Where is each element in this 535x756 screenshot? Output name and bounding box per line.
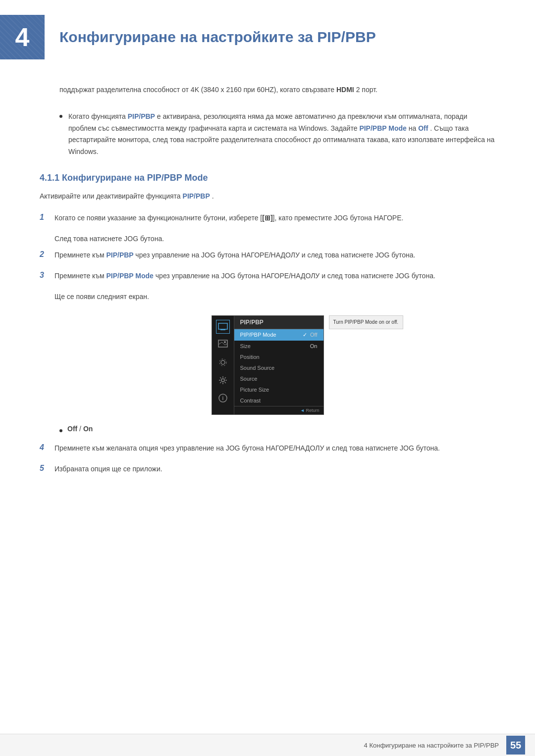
- chapter-number-box: 4: [0, 15, 45, 59]
- step-4-content: Преминете към желаната опция чрез управл…: [54, 443, 495, 454]
- menu-icon-display: [216, 320, 230, 334]
- svg-point-6: [224, 341, 226, 343]
- menu-dialog: i PIP/PBP PIP/PBP Mode ✓ Off Size O: [212, 315, 324, 415]
- menu-item-label-7: Contrast: [240, 398, 261, 403]
- off-on-bullet: Off / On: [59, 425, 495, 433]
- chapter-title: Конфигуриране на настройките за PIP/PBP: [59, 29, 376, 46]
- return-label: Return: [306, 408, 319, 413]
- svg-point-7: [221, 360, 225, 364]
- step2-pre: Преминете към: [54, 251, 105, 259]
- step-2-num: 2: [40, 250, 54, 259]
- step-2: 2 Преминете към PIP/PBP чрез управление …: [40, 250, 495, 261]
- off-label: Off / On: [67, 425, 93, 433]
- subtitle-pre: Активирайте или деактивирайте функцията: [40, 192, 181, 200]
- menu-item-size[interactable]: Size On: [234, 341, 323, 352]
- svg-text:i: i: [222, 396, 223, 401]
- menu-icon-gear: [216, 373, 230, 387]
- svg-point-8: [219, 359, 226, 366]
- hdmi-bold: HDMI: [336, 86, 354, 94]
- step-5-content: Избраната опция ще се приложи.: [54, 463, 495, 475]
- step-5-num: 5: [40, 464, 54, 473]
- step3-bold: PIP/PBP Mode: [106, 272, 155, 280]
- step3-mid: чрез управление на JOG бутона НАГОРЕ/НАД…: [156, 272, 435, 280]
- svg-line-3: [218, 342, 222, 345]
- menu-item-source[interactable]: Source: [234, 373, 323, 384]
- step-1-content: Когато се появи указание за функционални…: [54, 212, 495, 224]
- svg-point-9: [221, 379, 224, 382]
- bullet-text: Когато функцията PIP/PBP е активирана, р…: [68, 111, 495, 158]
- section-411-subtitle: Активирайте или деактивирайте функцията …: [40, 191, 495, 202]
- step1-icon: [⊞]: [262, 214, 272, 222]
- step-5: 5 Избраната опция ще се приложи.: [40, 463, 495, 475]
- menu-item-pip-pbp-mode[interactable]: PIP/PBP Mode ✓ Off: [234, 329, 323, 341]
- tooltip-text: Turn PIP/PBP Mode on or off.: [333, 319, 399, 325]
- step-1-sub: След това натиснете JOG бутона.: [40, 233, 495, 245]
- pip-pbp-mode-bold: PIP/PBP Mode: [359, 124, 406, 132]
- svg-rect-0: [218, 323, 227, 329]
- menu-item-position[interactable]: Position: [234, 352, 323, 362]
- intro-paragraph: поддържат разделителна способност от 4K …: [40, 84, 495, 96]
- menu-icon-picture: [216, 338, 230, 352]
- step2-mid: чрез управление на JOG бутона НАГОРЕ/НАД…: [135, 251, 415, 259]
- subtitle-end: .: [212, 192, 214, 200]
- menu-wrapper: i PIP/PBP PIP/PBP Mode ✓ Off Size O: [212, 315, 324, 415]
- menu-screenshot: i PIP/PBP PIP/PBP Mode ✓ Off Size O: [40, 315, 495, 415]
- page-header: 4 Конфигуриране на настройките за PIP/PB…: [0, 0, 535, 74]
- menu-item-label-1: PIP/PBP Mode: [240, 332, 276, 338]
- menu-item-label-2: Size: [240, 343, 251, 349]
- svg-rect-1: [220, 329, 225, 330]
- main-content: поддържат разделителна способност от 4K …: [0, 84, 535, 513]
- menu-icon-info: i: [216, 391, 230, 405]
- step-3-sub: Ще се появи следният екран.: [40, 291, 495, 303]
- step-2-content: Преминете към PIP/PBP чрез управление на…: [54, 250, 495, 261]
- step-1-num: 1: [40, 213, 54, 222]
- section-411-title: 4.1.1 Конфигуриране на PIP/PBP Mode: [40, 173, 495, 183]
- menu-item-value-1: ✓ Off: [303, 332, 318, 338]
- menu-item-label-6: Picture Size: [240, 387, 269, 393]
- menu-item-label-3: Position: [240, 354, 260, 360]
- menu-return: ◄ Return: [234, 406, 323, 414]
- bullet-on: на: [409, 124, 418, 132]
- step1-post: ], като преместите JOG бутона НАГОРЕ.: [273, 214, 404, 222]
- step-3-num: 3: [40, 271, 54, 280]
- step1-pre: Когато се появи указание за функционални…: [54, 214, 262, 222]
- step-4-num: 4: [40, 443, 54, 452]
- footer-text: 4 Конфигуриране на настройките за PIP/PB…: [364, 742, 499, 749]
- step-3: 3 Преминете към PIP/PBP Mode чрез управл…: [40, 270, 495, 282]
- menu-item-sound-source[interactable]: Sound Source: [234, 362, 323, 373]
- page-footer: 4 Конфигуриране на настройките за PIP/PB…: [0, 734, 535, 756]
- menu-panel: PIP/PBP PIP/PBP Mode ✓ Off Size On Posit…: [234, 316, 323, 414]
- page-number: 55: [506, 736, 525, 755]
- off-bold: Off: [418, 124, 428, 132]
- step-3-content: Преминете към PIP/PBP Mode чрез управлен…: [54, 270, 495, 282]
- intro-line1b-text: 2 порт.: [356, 86, 377, 94]
- intro-line1: поддържат разделителна способност от 4K …: [59, 86, 334, 94]
- subtitle-pip-pbp: PIP/PBP: [183, 192, 210, 200]
- step3-pre: Преминете към: [54, 272, 105, 280]
- menu-header-label: PIP/PBP: [234, 316, 323, 329]
- off-on-bullet-dot: [59, 429, 62, 432]
- menu-icon-settings: [216, 355, 230, 369]
- bullet-pre: Когато функцията: [68, 112, 126, 120]
- return-arrow-icon: ◄: [300, 408, 305, 413]
- menu-sidebar: i: [212, 316, 234, 414]
- menu-tooltip: Turn PIP/PBP Mode on or off.: [329, 315, 403, 329]
- step-4: 4 Преминете към желаната опция чрез упра…: [40, 443, 495, 454]
- pip-pbp-label: PIP/PBP: [128, 112, 155, 120]
- menu-item-label-5: Source: [240, 376, 258, 382]
- menu-item-picture-size[interactable]: Picture Size: [234, 384, 323, 395]
- bullet-dot: [59, 115, 62, 118]
- menu-item-value-2: On: [310, 343, 318, 349]
- step2-bold: PIP/PBP: [106, 251, 135, 259]
- step-1: 1 Когато се появи указание за функционал…: [40, 212, 495, 224]
- chapter-number: 4: [15, 22, 30, 52]
- menu-item-label-4: Sound Source: [240, 365, 275, 371]
- bullet-item-1: Когато функцията PIP/PBP е активирана, р…: [40, 111, 495, 158]
- menu-item-contrast[interactable]: Contrast: [234, 395, 323, 406]
